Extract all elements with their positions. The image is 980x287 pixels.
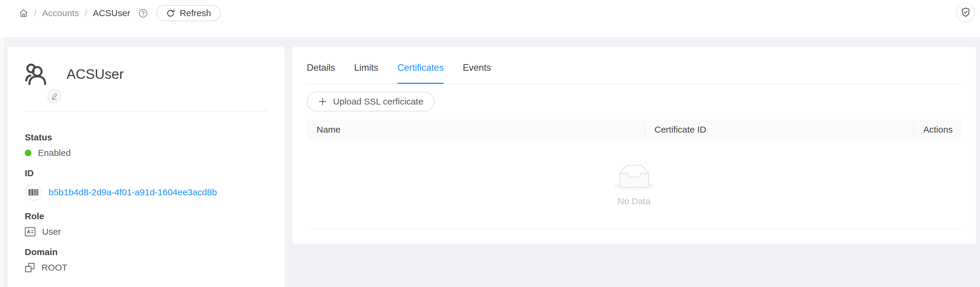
account-info-sections: Status Enabled ID: [25, 132, 267, 273]
account-name: ACSUser: [67, 66, 124, 82]
idcard-icon: [25, 227, 35, 236]
domain-section: Domain ROOT: [25, 247, 267, 273]
breadcrumb: / Accounts / ACSUser: [19, 8, 148, 18]
column-header-certificate-id: Certificate ID: [644, 124, 913, 135]
team-icon: [25, 62, 48, 86]
account-detail-card: Details Limits Certificates Events Uploa…: [293, 47, 976, 244]
status-label: Status: [25, 132, 267, 142]
role-value: User: [42, 227, 61, 237]
home-icon[interactable]: [19, 8, 29, 18]
breadcrumb-separator: /: [34, 8, 37, 18]
id-section: ID: [25, 168, 267, 201]
barcode-icon: [25, 184, 42, 201]
upload-ssl-certificate-label: Upload SSL cerficicate: [333, 96, 423, 107]
refresh-label: Refresh: [180, 8, 211, 18]
tab-limits[interactable]: Limits: [354, 62, 379, 83]
status-dot-icon: [25, 150, 31, 156]
certificates-table: Name Certificate ID Actions: [307, 120, 961, 229]
left-edge-gutter: [0, 37, 4, 287]
account-summary-card: ACSUser Status Enabled: [8, 47, 285, 287]
question-circle-icon[interactable]: [138, 8, 148, 18]
topbar-row: / Accounts / ACSUser: [19, 5, 980, 21]
breadcrumb-separator: /: [85, 8, 87, 18]
topbar: / Accounts / ACSUser: [0, 0, 980, 37]
column-header-actions: Actions: [913, 124, 961, 135]
status-section: Status Enabled: [25, 132, 267, 158]
tab-certificates[interactable]: Certificates: [398, 62, 444, 83]
role-section: Role User: [25, 211, 267, 237]
content: ACSUser Status Enabled: [0, 37, 980, 287]
upload-ssl-certificate-button[interactable]: Upload SSL cerficicate: [307, 92, 434, 112]
column-header-name: Name: [307, 124, 644, 135]
shield-check-icon: [960, 7, 971, 18]
domain-value: ROOT: [41, 263, 67, 273]
id-label: ID: [25, 168, 267, 178]
tab-events[interactable]: Events: [463, 62, 491, 83]
account-id-value[interactable]: b5b1b4d8-2d9a-4f01-a91d-1604ee3acd8b: [49, 187, 217, 198]
page: / Accounts / ACSUser: [0, 0, 980, 287]
refresh-button[interactable]: Refresh: [156, 5, 221, 21]
table-empty-state: No Data: [307, 139, 961, 229]
status-value: Enabled: [38, 148, 71, 158]
table-header-row: Name Certificate ID Actions: [307, 120, 961, 139]
inbox-icon: [614, 164, 654, 190]
tab-details[interactable]: Details: [307, 62, 335, 83]
divider: [25, 111, 267, 112]
plus-icon: [318, 97, 327, 106]
domain-label: Domain: [25, 247, 267, 257]
domain-value-row: ROOT: [25, 263, 267, 273]
status-value-row: Enabled: [25, 148, 267, 158]
tab-bar: Details Limits Certificates Events: [307, 47, 961, 84]
block-icon: [25, 263, 35, 273]
role-value-row: User: [25, 227, 267, 237]
breadcrumb-current-page: ACSUser: [93, 8, 130, 18]
account-header: ACSUser: [25, 62, 267, 86]
reload-icon: [166, 9, 175, 18]
pencil-icon: [51, 92, 59, 100]
role-label: Role: [25, 211, 267, 221]
edit-account-button[interactable]: [48, 89, 61, 103]
breadcrumb-accounts[interactable]: Accounts: [42, 8, 79, 18]
empty-state-text: No Data: [618, 196, 651, 206]
shield-check-button[interactable]: [956, 3, 975, 21]
id-value-row: b5b1b4d8-2d9a-4f01-a91d-1604ee3acd8b: [25, 184, 267, 201]
